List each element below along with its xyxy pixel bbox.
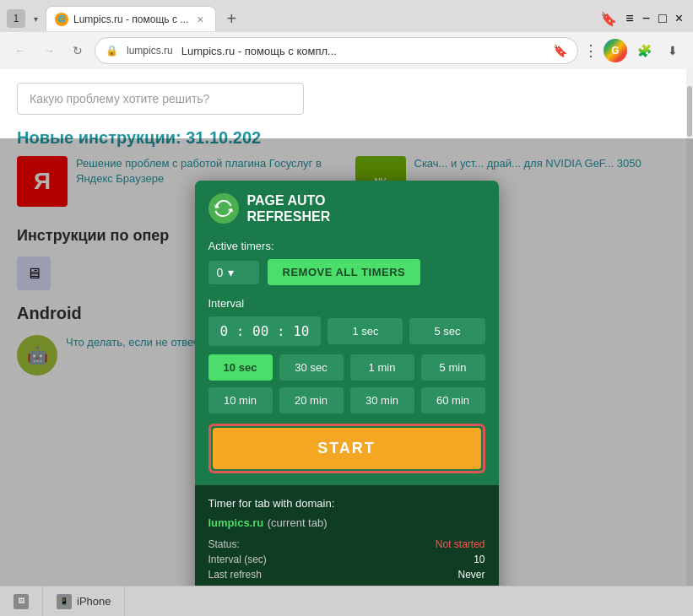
menu-icon[interactable]: ≡ (625, 11, 633, 26)
interval-row-info: Interval (sec) 10 (208, 552, 485, 567)
popup-overlay: PAGE AUTO REFRESHER Active timers: 0 ▾ R… (0, 138, 693, 586)
popup-header: PAGE AUTO REFRESHER (195, 181, 499, 233)
address-url: Lumpics.ru - помощь с компл... (181, 45, 548, 57)
tab-favicon: 🌐 (55, 13, 68, 26)
address-bookmark-icon[interactable]: 🔖 (553, 44, 567, 57)
interval-key: Interval (sec) (208, 554, 267, 565)
google-icon[interactable]: G (604, 39, 627, 62)
extensions-icon[interactable]: 🧩 (632, 39, 656, 62)
quick-btn-5sec[interactable]: 5 sec (409, 318, 485, 344)
interval-value: 10 (474, 554, 485, 565)
tab-counter[interactable]: 1 (7, 9, 25, 28)
lock-icon: 🔒 (106, 45, 118, 57)
interval-label: Interval (208, 297, 485, 310)
taskbar: 🖼 📱 iPhone (0, 586, 693, 616)
taskbar-item-1[interactable]: 🖼 (0, 586, 43, 616)
remove-all-timers-button[interactable]: REMOVE ALL TIMERS (268, 259, 421, 285)
footer-domain-suffix: (current tab) (268, 516, 328, 529)
last-refresh-row: Last refresh Never (208, 567, 485, 582)
status-row: Status: Not started (208, 537, 485, 552)
btn-5min[interactable]: 5 min (421, 354, 485, 381)
timers-row: 0 ▾ REMOVE ALL TIMERS (208, 259, 485, 285)
download-icon[interactable]: ⬇ (661, 39, 685, 62)
btn-20min[interactable]: 20 min (279, 387, 344, 413)
popup-title: PAGE AUTO REFRESHER (247, 192, 331, 224)
quick-btn-1sec[interactable]: 1 sec (328, 318, 403, 344)
active-timers-label: Active timers: (208, 240, 485, 252)
search-bar-area: Какую проблему хотите решить? (0, 69, 693, 128)
status-key: Status: (208, 538, 240, 550)
new-tab-button[interactable]: + (219, 7, 243, 30)
footer-domain-link[interactable]: lumpics.ru (208, 516, 264, 529)
btn-60min[interactable]: 60 min (421, 387, 485, 413)
dropdown-arrow-icon: ▾ (228, 266, 234, 279)
address-domain: lumpics.ru (123, 45, 176, 57)
taskbar-thumb-1: 🖼 (14, 594, 29, 609)
refresh-button[interactable]: ↻ (66, 39, 89, 62)
footer-domain-title: Timer for tab with domain: (208, 497, 485, 510)
nav-bar: ← → ↻ 🔒 lumpics.ru Lumpics.ru - помощь с… (0, 32, 693, 69)
start-button-wrap: START (208, 424, 485, 473)
tab-actions: 🔖 ≡ − □ × (600, 11, 686, 27)
close-window-icon[interactable]: × (675, 11, 683, 26)
more-options-icon[interactable]: ⋮ (583, 41, 598, 60)
minimize-icon[interactable]: − (642, 11, 650, 26)
nav-right: ⋮ G 🧩 ⬇ (583, 39, 685, 62)
btn-grid: 10 sec 30 sec 1 min 5 min 10 min 20 min … (208, 354, 485, 413)
page-content: Какую проблему хотите решить? Новые инст… (0, 69, 693, 616)
btn-10min[interactable]: 10 min (208, 387, 273, 413)
bookmark-icon[interactable]: 🔖 (600, 11, 617, 27)
popup-logo-icon (208, 193, 239, 224)
back-button[interactable]: ← (8, 39, 32, 62)
btn-30min[interactable]: 30 min (350, 387, 414, 413)
address-bar[interactable]: 🔒 lumpics.ru Lumpics.ru - помощь с компл… (95, 37, 578, 64)
tab-title: Lumpics.ru - помощь с ... (73, 14, 188, 25)
interval-row: 0 : 00 : 10 1 sec 5 sec (208, 316, 485, 346)
timer-value: 0 (217, 266, 224, 279)
restore-icon[interactable]: □ (658, 11, 667, 26)
btn-1min[interactable]: 1 min (350, 354, 414, 381)
browser-chrome: 1 ▾ 🌐 Lumpics.ru - помощь с ... × + 🔖 ≡ … (0, 0, 693, 70)
interval-display: 0 : 00 : 10 (208, 316, 322, 346)
scrollbar-thumb[interactable] (687, 86, 692, 137)
last-refresh-key: Last refresh (208, 569, 262, 581)
taskbar-thumb-iphone: 📱 (57, 594, 72, 609)
last-refresh-value: Never (457, 569, 485, 581)
taskbar-item-iphone[interactable]: 📱 iPhone (43, 586, 125, 616)
tab-bar: 1 ▾ 🌐 Lumpics.ru - помощь с ... × + 🔖 ≡ … (0, 0, 693, 32)
tab-chevron-icon[interactable]: ▾ (29, 9, 42, 28)
popup: PAGE AUTO REFRESHER Active timers: 0 ▾ R… (195, 181, 499, 609)
timer-dropdown[interactable]: 0 ▾ (208, 261, 259, 284)
footer-domain-row: lumpics.ru (current tab) (208, 515, 485, 530)
search-input[interactable]: Какую проблему хотите решить? (17, 83, 304, 115)
status-value: Not started (436, 538, 485, 550)
taskbar-iphone-label: iPhone (77, 595, 111, 608)
btn-10sec[interactable]: 10 sec (208, 354, 273, 381)
start-button[interactable]: START (213, 428, 481, 469)
popup-body: Active timers: 0 ▾ REMOVE ALL TIMERS Int… (195, 233, 499, 485)
tab-item[interactable]: 🌐 Lumpics.ru - помощь с ... × (46, 6, 216, 31)
btn-30sec[interactable]: 30 sec (279, 354, 344, 381)
forward-button[interactable]: → (37, 39, 61, 62)
tab-close-icon[interactable]: × (193, 13, 207, 26)
